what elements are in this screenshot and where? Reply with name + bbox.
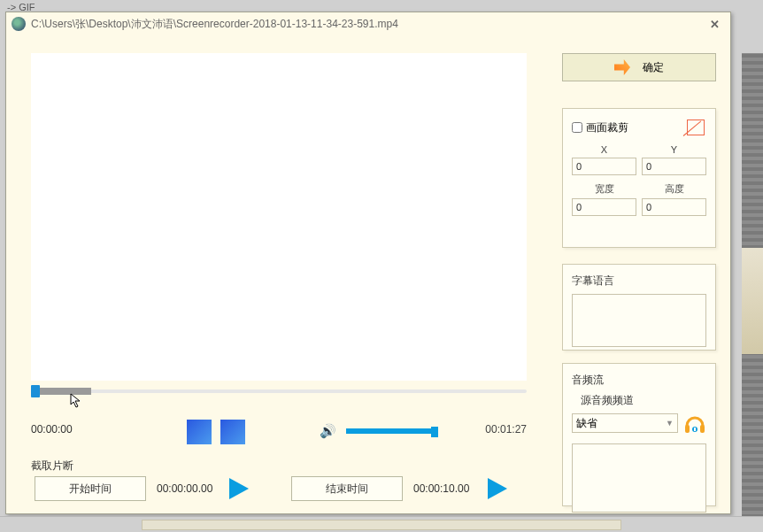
svg-rect-3 xyxy=(694,428,696,431)
height-label: 高度 xyxy=(642,182,706,196)
headphones-icon xyxy=(683,412,706,435)
crop-checkbox-label: 画面裁剪 xyxy=(586,120,628,135)
background-strip xyxy=(742,53,763,532)
clip-section-label: 截取片断 xyxy=(31,459,73,474)
crop-y-input[interactable] xyxy=(642,158,706,175)
app-icon xyxy=(12,17,26,31)
progress-track xyxy=(31,389,527,393)
window-title: C:\Users\张\Desktop\沛文沛语\Screenrecorder-2… xyxy=(31,17,704,32)
svg-rect-0 xyxy=(685,425,690,433)
close-button[interactable]: ✕ xyxy=(704,16,725,32)
y-label: Y xyxy=(642,144,706,155)
play-from-end-icon[interactable] xyxy=(488,478,507,499)
video-clip-dialog: C:\Users\张\Desktop\沛文沛语\Screenrecorder-2… xyxy=(5,12,731,514)
set-start-time-button[interactable]: 开始时间 xyxy=(35,476,146,501)
audio-listbox[interactable] xyxy=(572,443,706,513)
client-area: 00:00:00 🔊 00:01:27 截取片断 开始时间 00:00:00.0… xyxy=(6,35,730,513)
play-button[interactable] xyxy=(187,420,212,444)
arrow-icon xyxy=(614,59,630,75)
statusbar-inset xyxy=(142,520,621,530)
svg-rect-1 xyxy=(700,425,705,433)
crop-checkbox[interactable]: 画面裁剪 xyxy=(572,120,628,135)
ok-button-label: 确定 xyxy=(643,60,664,75)
clip-row: 开始时间 00:00:00.00 结束时间 00:00:10.00 xyxy=(31,476,527,508)
total-time: 00:01:27 xyxy=(485,423,527,436)
current-time: 00:00:00 xyxy=(31,423,73,436)
width-label: 宽度 xyxy=(572,182,636,196)
subtitle-label: 字幕语言 xyxy=(572,274,706,289)
audio-source-value: 缺省 xyxy=(576,416,597,431)
playback-controls: 00:00:00 🔊 00:01:27 xyxy=(31,420,527,446)
volume-track xyxy=(346,428,435,434)
x-label: X xyxy=(572,144,636,155)
play-from-start-icon[interactable] xyxy=(229,478,249,499)
start-time-value: 00:00:00.00 xyxy=(157,482,212,495)
titlebar: C:\Users\张\Desktop\沛文沛语\Screenrecorder-2… xyxy=(6,12,730,35)
close-icon: ✕ xyxy=(710,18,720,31)
pause-button[interactable] xyxy=(220,420,245,444)
audio-panel: 音频流 源音频频道 缺省 ▼ xyxy=(562,363,716,506)
crop-checkbox-input[interactable] xyxy=(572,122,582,133)
set-end-time-button[interactable]: 结束时间 xyxy=(291,476,403,501)
chevron-down-icon: ▼ xyxy=(666,419,674,428)
volume-slider[interactable] xyxy=(346,428,435,436)
subtitle-listbox[interactable] xyxy=(572,294,706,347)
audio-section-label: 音频流 xyxy=(572,373,706,388)
end-time-value: 00:00:10.00 xyxy=(413,482,469,495)
crop-x-input[interactable] xyxy=(572,158,636,175)
progress-thumb[interactable] xyxy=(31,385,40,397)
crop-height-input[interactable] xyxy=(642,198,706,216)
ok-button[interactable]: 确定 xyxy=(562,53,716,81)
volume-icon[interactable]: 🔊 xyxy=(320,423,336,439)
crop-icon xyxy=(685,118,706,137)
crop-panel: 画面裁剪 X Y 宽度 高度 xyxy=(562,108,716,248)
video-preview[interactable] xyxy=(31,53,527,381)
progress-fill xyxy=(35,388,91,395)
audio-source-combo[interactable]: 缺省 ▼ xyxy=(572,413,678,433)
volume-thumb[interactable] xyxy=(431,427,438,437)
progress-slider[interactable] xyxy=(31,386,527,397)
audio-channel-label: 源音频频道 xyxy=(572,393,706,408)
parent-statusbar xyxy=(0,516,763,532)
crop-width-input[interactable] xyxy=(572,198,636,216)
subtitle-panel: 字幕语言 xyxy=(562,264,716,351)
